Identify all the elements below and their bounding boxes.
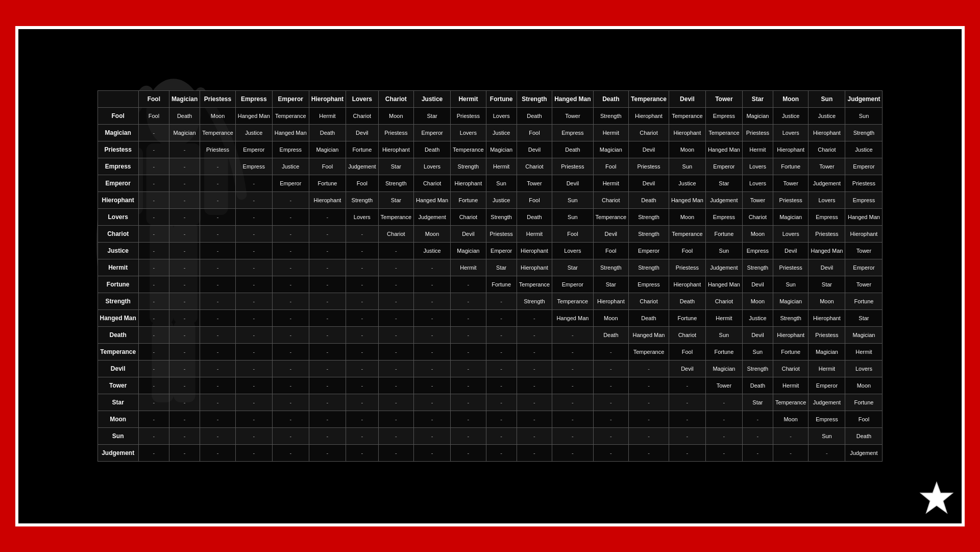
table-cell: Magician (773, 209, 808, 226)
table-cell: Hanged Man (552, 310, 593, 327)
table-cell: Priestess (845, 175, 883, 192)
table-cell: Temperance (378, 209, 414, 226)
table-cell: Hierophant (451, 175, 486, 192)
table-cell: Judgement (808, 175, 845, 192)
row-label-justice: Justice (97, 243, 138, 259)
table-cell: Priestess (773, 259, 808, 276)
table-cell: Devil (669, 361, 705, 377)
table-row: Hermit---------HermitStarHierophantStarS… (97, 259, 883, 276)
table-cell: Fool (517, 125, 552, 141)
table-row: Star-----------------StarTemperanceJudge… (97, 394, 883, 411)
col-header-star: Star (742, 91, 773, 108)
table-cell: Emperor (845, 158, 883, 175)
table-cell: - (378, 327, 414, 344)
table-cell: Empress (808, 411, 845, 428)
table-cell: Sun (705, 243, 742, 259)
table-cell: - (138, 125, 169, 141)
table-cell: - (138, 226, 169, 243)
table-cell: - (272, 344, 309, 361)
table-cell: Death (517, 108, 552, 125)
table-cell: - (742, 411, 773, 428)
table-cell: Judgement (346, 158, 378, 175)
table-cell: Justice (486, 125, 517, 141)
table-cell: Priestess (669, 259, 705, 276)
table-cell: Magician (773, 293, 808, 310)
table-cell: Star (593, 276, 629, 293)
table-cell: - (138, 175, 169, 192)
table-cell: - (138, 394, 169, 411)
table-cell: Temperance (272, 108, 309, 125)
table-cell: Chariot (517, 158, 552, 175)
table-cell: Chariot (378, 226, 414, 243)
table-cell: - (235, 361, 272, 377)
table-cell: - (451, 344, 486, 361)
table-cell: Strength (742, 361, 773, 377)
table-cell: - (272, 209, 309, 226)
table-cell: - (272, 327, 309, 344)
table-cell: Chariot (593, 192, 629, 209)
table-cell: Hermit (808, 361, 845, 377)
table-cell: Strength (517, 293, 552, 310)
table-cell: Strength (346, 192, 378, 209)
table-cell: Magician (705, 361, 742, 377)
table-cell: Magician (845, 327, 883, 344)
row-label-empress: Empress (97, 158, 138, 175)
table-cell: Fortune (845, 293, 883, 310)
table-row: Chariot-------ChariotMoonDevilPriestessH… (97, 226, 883, 243)
table-cell: Emperor (629, 243, 669, 259)
table-cell: Chariot (451, 209, 486, 226)
table-cell: - (414, 411, 451, 428)
table-row: Temperance--------------TemperanceFoolFo… (97, 344, 883, 361)
col-header-judgement: Judgement (845, 91, 883, 108)
table-cell: Moon (593, 310, 629, 327)
table-cell: Justice (235, 125, 272, 141)
table-cell: - (378, 293, 414, 310)
table-cell: Hierophant (517, 259, 552, 276)
table-cell: Temperance (705, 125, 742, 141)
table-cell: Priestess (486, 226, 517, 243)
table-cell: Judgement (705, 192, 742, 209)
table-cell: Fool (669, 344, 705, 361)
table-cell: Hierophant (378, 141, 414, 158)
table-cell: Chariot (808, 141, 845, 158)
table-cell: - (346, 243, 378, 259)
col-header-chariot: Chariot (378, 91, 414, 108)
table-cell: - (272, 192, 309, 209)
table-cell: Strength (629, 259, 669, 276)
table-cell: - (486, 344, 517, 361)
table-cell: Fortune (705, 344, 742, 361)
table-cell: - (486, 428, 517, 445)
table-cell: - (138, 327, 169, 344)
row-label-devil: Devil (97, 361, 138, 377)
table-cell: Chariot (414, 175, 451, 192)
table-cell: - (742, 445, 773, 462)
table-cell: Chariot (629, 293, 669, 310)
table-cell: Priestess (200, 141, 236, 158)
table-row: Sun-------------------SunDeath (97, 428, 883, 445)
table-cell: - (346, 310, 378, 327)
table-cell: Fool (593, 158, 629, 175)
table-cell: Hanged Man (272, 125, 309, 141)
table-cell: Devil (629, 175, 669, 192)
table-cell: Magician (169, 125, 200, 141)
table-row: Moon------------------MoonEmpressFool (97, 411, 883, 428)
table-row: Justice--------JusticeMagicianEmperorHie… (97, 243, 883, 259)
table-cell: Fool (138, 108, 169, 125)
table-cell: Emperor (845, 259, 883, 276)
table-cell: - (451, 293, 486, 310)
table-cell: Temperance (593, 209, 629, 226)
table-cell: - (235, 344, 272, 361)
table-cell: Strength (593, 108, 629, 125)
table-row: Magician-MagicianTemperanceJusticeHanged… (97, 125, 883, 141)
table-cell: Fortune (346, 141, 378, 158)
table-cell: Fool (517, 192, 552, 209)
table-row: Judgement--------------------Judgement (97, 445, 883, 462)
table-cell: Strength (451, 158, 486, 175)
col-header-hermit: Hermit (451, 91, 486, 108)
table-cell: - (451, 394, 486, 411)
table-cell: - (200, 428, 236, 445)
row-label-chariot: Chariot (97, 226, 138, 243)
table-cell: - (517, 411, 552, 428)
table-cell: Strength (845, 125, 883, 141)
table-cell: Emperor (705, 158, 742, 175)
